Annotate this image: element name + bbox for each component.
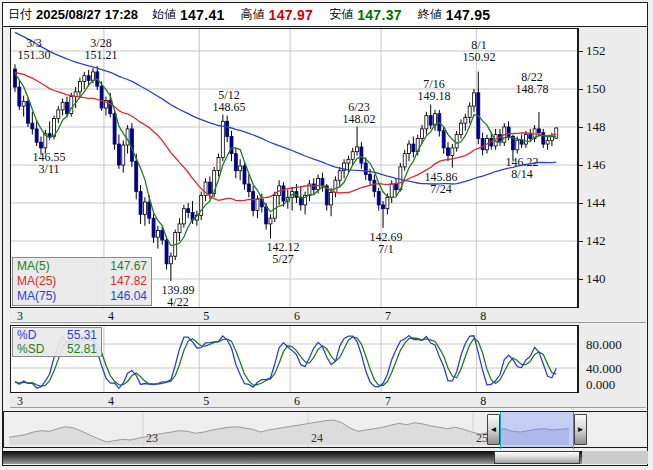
candle-down — [187, 209, 190, 213]
close-value: 147.95 — [446, 7, 491, 23]
axis-tick — [579, 165, 583, 166]
candle-down — [139, 192, 142, 215]
ma-legend: MA(5) 147.67 MA(25) 147.82 MA(75) 146.04 — [12, 257, 152, 306]
candle-down — [165, 240, 168, 264]
candle-up — [83, 76, 86, 82]
candle-down — [412, 144, 415, 152]
price-axis-label: 150 — [586, 81, 606, 97]
candle-up — [468, 106, 471, 117]
navigator-left-handle[interactable]: ◄ — [487, 414, 500, 445]
candle-up — [334, 180, 337, 192]
candle-down — [113, 114, 116, 144]
candle-up — [156, 231, 159, 238]
candle-up — [472, 93, 475, 106]
candle-down — [252, 192, 255, 211]
chart-annotation: 8/1 150.92 — [463, 39, 496, 63]
candle-up — [122, 145, 125, 165]
month-label: 7 — [385, 309, 391, 324]
main-chart-panel[interactable]: 3/3 151.303/28 151.21146.55 3/11139.89 4… — [10, 28, 578, 308]
close-label: 終値 — [418, 6, 442, 23]
percent-d-row: %D 55.31 — [17, 328, 97, 342]
candle-up — [256, 199, 259, 210]
candle-down — [26, 101, 29, 123]
candle-down — [109, 100, 112, 113]
scrollbar-thumb[interactable] — [494, 451, 580, 464]
chart-annotation: 5/12 148.65 — [213, 89, 246, 113]
candle-down — [48, 134, 51, 137]
candle-up — [356, 147, 359, 152]
chart-annotation: 142.69 7/1 — [370, 231, 403, 255]
candle-up — [408, 144, 411, 154]
candle-down — [247, 184, 250, 192]
candle-up — [317, 178, 320, 189]
percent-d-label: %D — [17, 328, 36, 342]
candle-down — [529, 135, 532, 139]
candle-down — [364, 163, 367, 174]
ma25-value: 147.82 — [110, 274, 147, 289]
chart-annotation: 146.22 8/14 — [506, 156, 539, 180]
candle-down — [265, 207, 268, 224]
axis-tick — [579, 279, 583, 280]
candle-up — [451, 148, 454, 156]
candle-down — [18, 87, 21, 106]
month-axis-main: 345678 — [10, 308, 646, 323]
chart-annotation: 146.55 3/11 — [33, 151, 66, 175]
high-label: 高値 — [241, 6, 265, 23]
left-arrow-icon: ◄ — [490, 425, 498, 434]
candle-down — [135, 161, 138, 191]
candle-down — [14, 69, 17, 87]
ma5-label: MA(5) — [17, 259, 50, 274]
right-arrow-icon: ► — [577, 425, 585, 434]
candle-up — [455, 135, 458, 148]
horizontal-scrollbar[interactable] — [3, 451, 648, 464]
candle-down — [87, 76, 90, 81]
price-axis-label: 146 — [586, 157, 606, 173]
price-axis-label: 144 — [586, 195, 606, 211]
percent-sd-value: 52.81 — [67, 342, 97, 356]
range-navigator[interactable]: ◄ ► 232425 — [3, 411, 648, 448]
candle-down — [31, 123, 34, 129]
month-label: 8 — [480, 309, 486, 324]
candle-down — [35, 129, 38, 142]
candle-down — [208, 182, 211, 193]
candle-down — [382, 205, 385, 209]
candle-down — [360, 147, 363, 163]
candle-down — [442, 131, 445, 148]
ma25-line — [15, 72, 556, 200]
ma75-value: 146.04 — [110, 289, 147, 304]
open-value: 147.41 — [180, 7, 225, 23]
candle-up — [464, 118, 467, 124]
candle-up — [516, 140, 519, 150]
candle-up — [182, 209, 185, 224]
candle-down — [226, 121, 229, 136]
selection-start-marker — [500, 412, 501, 449]
navigator-year-label: 23 — [146, 431, 158, 446]
candle-down — [373, 180, 376, 191]
candle-up — [61, 102, 64, 110]
candle-up — [217, 157, 220, 170]
percent-d-value: 55.31 — [67, 328, 97, 342]
candle-up — [273, 195, 276, 218]
chart-annotation: 145.86 7/24 — [425, 171, 458, 195]
candle-up — [386, 197, 389, 208]
scrollbar-track-remainder[interactable] — [582, 451, 648, 464]
month-label: 4 — [108, 394, 114, 409]
percent-sd-row: %SD 52.81 — [17, 342, 97, 356]
candle-up — [403, 154, 406, 167]
candle-up — [347, 159, 350, 163]
open-label: 始値 — [152, 6, 176, 23]
ma75-label: MA(75) — [17, 289, 56, 304]
candle-up — [546, 140, 549, 144]
stochastic-panel[interactable]: %D 55.31 %SD 52.81 — [10, 325, 578, 393]
price-axis-label: 152 — [586, 43, 606, 59]
navigator-area-chart — [4, 412, 647, 447]
candle-down — [234, 154, 237, 171]
candle-down — [520, 140, 523, 144]
price-axis: 152150148146144142140 — [578, 28, 646, 308]
ma25-legend-row: MA(25) 147.82 — [17, 274, 147, 289]
month-label: 7 — [385, 394, 391, 409]
candle-up — [524, 135, 527, 145]
candle-down — [282, 186, 285, 201]
navigator-right-handle[interactable]: ► — [574, 414, 587, 445]
candle-up — [351, 152, 354, 160]
